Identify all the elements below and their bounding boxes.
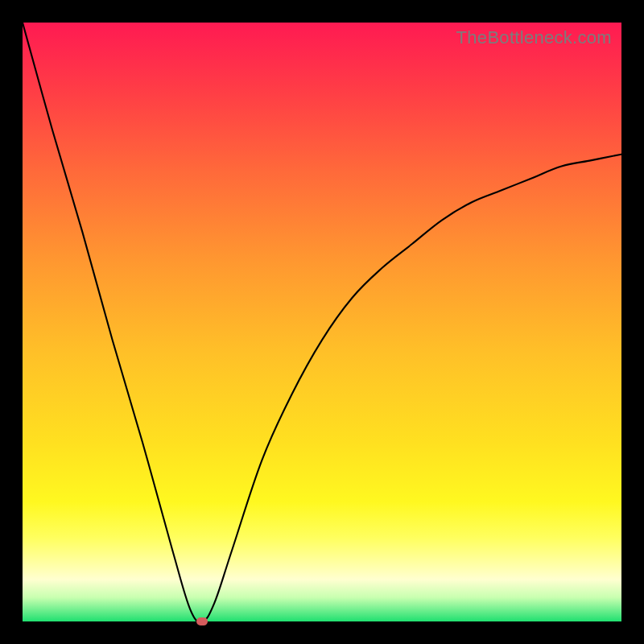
minimum-marker-icon (196, 617, 208, 625)
chart-frame: TheBottleneck.com (0, 0, 644, 644)
watermark-text: TheBottleneck.com (456, 27, 612, 48)
chart-plot-area: TheBottleneck.com (23, 23, 621, 621)
bottleneck-curve (23, 23, 621, 621)
